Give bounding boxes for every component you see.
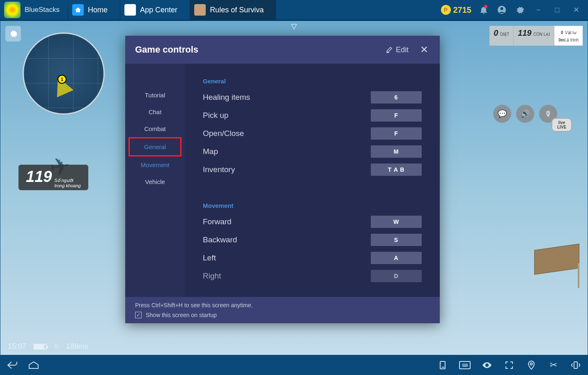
scissors-icon[interactable]: ✂ bbox=[547, 359, 560, 372]
modal-header: Game controls Edit ✕ bbox=[125, 36, 440, 64]
keybind-row: InventoryT A B bbox=[203, 163, 422, 176]
hud-stats-panel: 0 DIỆT 119 CÒN LẠI 0 Vật tư 0mLộ trình bbox=[489, 26, 583, 46]
game-settings-icon[interactable] bbox=[5, 26, 21, 41]
battery-icon bbox=[34, 344, 47, 350]
count-label: Số ngườitrong khoang bbox=[54, 178, 80, 189]
android-navbar: ⌨ ✂ bbox=[0, 355, 588, 375]
notifications-icon[interactable] bbox=[478, 4, 489, 16]
flag-sprite bbox=[534, 239, 588, 288]
keybind-input[interactable]: F bbox=[371, 109, 422, 122]
hud-alive-label: CÒN LẠI bbox=[533, 32, 550, 37]
modal-content[interactable]: General Healing items6 Pick upF Open/Clo… bbox=[185, 64, 440, 297]
count-number: 119 bbox=[26, 168, 52, 186]
keybind-row: BackwardS bbox=[203, 234, 422, 246]
svg-point-1 bbox=[501, 7, 503, 10]
window-minimize-icon[interactable]: − bbox=[532, 6, 544, 14]
section-title-general: General bbox=[203, 78, 422, 85]
location-icon[interactable] bbox=[525, 359, 538, 372]
keybind-input[interactable]: 6 bbox=[371, 91, 422, 104]
fullscreen-icon[interactable] bbox=[503, 359, 516, 372]
hud-kills: 0 DIỆT bbox=[489, 26, 514, 46]
modal-body: Tutorial Chat Combat General Movement Ve… bbox=[125, 64, 440, 297]
startup-checkbox-row[interactable]: ✓ Show this screen on startup bbox=[135, 312, 430, 318]
brand-name: BlueStacks bbox=[25, 6, 60, 14]
keybind-row: ForwardW bbox=[203, 216, 422, 228]
home-icon[interactable] bbox=[27, 359, 40, 372]
device-icon[interactable] bbox=[436, 359, 449, 372]
wifi-icon: ⎋ bbox=[54, 342, 59, 351]
checkbox-icon[interactable]: ✓ bbox=[135, 312, 142, 318]
home-icon bbox=[72, 4, 84, 16]
caret-down-icon[interactable]: ▽ bbox=[291, 22, 297, 31]
sidebar-item-vehicle[interactable]: Vehicle bbox=[125, 173, 185, 190]
keybind-row: RightD bbox=[203, 270, 422, 282]
keybind-label: Open/Close bbox=[203, 129, 371, 138]
hud-kill-label: DIỆT bbox=[500, 32, 509, 37]
window-close-icon[interactable]: ✕ bbox=[570, 5, 582, 14]
eye-icon[interactable] bbox=[480, 359, 494, 372]
coin-balance[interactable]: P 2715 bbox=[441, 5, 472, 15]
keybind-input[interactable]: F bbox=[371, 127, 422, 140]
keybind-label: Right bbox=[203, 271, 371, 281]
sidebar-item-tutorial[interactable]: Tutorial bbox=[125, 87, 185, 104]
back-icon[interactable] bbox=[6, 359, 19, 372]
svg-point-3 bbox=[531, 363, 533, 365]
coin-value: 2715 bbox=[453, 5, 472, 15]
ping-value: 189ms bbox=[66, 342, 88, 351]
speaker-icon[interactable]: 🔊 bbox=[516, 105, 534, 123]
topbar-right: P 2715 − □ ✕ bbox=[441, 4, 588, 16]
settings-icon[interactable] bbox=[514, 4, 526, 16]
hud-supply: 0 Vật tư 0mLộ trình bbox=[554, 26, 583, 46]
edit-label: Edit bbox=[396, 46, 409, 54]
game-icon bbox=[194, 4, 206, 16]
tab-game[interactable]: Rules of Surviva bbox=[190, 0, 276, 20]
keybind-row: Open/CloseF bbox=[203, 127, 422, 140]
keybind-label: Forward bbox=[203, 217, 371, 226]
sidebar-item-general[interactable]: General bbox=[129, 137, 181, 156]
close-icon[interactable]: ✕ bbox=[418, 42, 430, 57]
keybind-label: Left bbox=[203, 253, 371, 262]
keybind-input[interactable]: M bbox=[371, 145, 422, 158]
tab-label: App Center bbox=[140, 6, 177, 14]
game-status-bar: 15:07 ⎋ 189ms bbox=[8, 342, 88, 351]
coin-icon: P bbox=[441, 5, 451, 15]
bluestacks-logo bbox=[4, 2, 21, 18]
keybind-row: Healing items6 bbox=[203, 91, 422, 104]
window-maximize-icon[interactable]: □ bbox=[551, 6, 563, 14]
keybind-input[interactable]: S bbox=[371, 234, 422, 246]
chat-icon[interactable]: 💬 bbox=[493, 105, 511, 123]
keybind-input[interactable]: W bbox=[371, 216, 422, 228]
tab-home[interactable]: Home bbox=[68, 0, 120, 20]
edit-button[interactable]: Edit bbox=[386, 46, 409, 54]
sidebar-item-combat[interactable]: Combat bbox=[125, 120, 185, 137]
live-stream-button[interactable]: liveLIVE bbox=[551, 118, 572, 132]
sidebar-item-movement[interactable]: Movement bbox=[125, 156, 185, 173]
tab-app-center[interactable]: App Center bbox=[120, 0, 190, 20]
hud-kill-value: 0 bbox=[494, 28, 498, 37]
tab-label: Rules of Surviva bbox=[210, 6, 264, 14]
keyboard-icon[interactable]: ⌨ bbox=[458, 359, 471, 372]
passenger-count-badge: 119 Số ngườitrong khoang bbox=[18, 165, 88, 190]
keybind-row: LeftA bbox=[203, 252, 422, 264]
modal-sidebar: Tutorial Chat Combat General Movement Ve… bbox=[125, 64, 185, 297]
keybind-input[interactable]: A bbox=[371, 252, 422, 264]
shop-icon bbox=[124, 4, 136, 16]
keybind-label: Pick up bbox=[203, 111, 371, 120]
keybind-label: Inventory bbox=[203, 165, 371, 174]
hud-alive: 119 CÒN LẠI bbox=[514, 26, 554, 46]
game-viewport: ▽ 1 0 DIỆT 119 CÒN LẠI 0 Vật tư 0mLộ trì… bbox=[0, 21, 588, 355]
keybind-input[interactable]: T A B bbox=[371, 163, 422, 176]
hud-alive-value: 119 bbox=[518, 28, 531, 37]
sidebar-item-chat[interactable]: Chat bbox=[125, 104, 185, 120]
checkbox-label: Show this screen on startup bbox=[146, 312, 217, 318]
minimap-player-marker: 1 bbox=[57, 75, 67, 84]
shake-icon[interactable] bbox=[569, 359, 582, 372]
modal-title: Game controls bbox=[135, 44, 386, 55]
svg-rect-4 bbox=[574, 362, 577, 368]
keybind-input[interactable]: D bbox=[371, 270, 422, 282]
clock-value: 15:07 bbox=[8, 342, 26, 351]
modal-footer: Press Ctrl+Shift+H to see this screen an… bbox=[125, 297, 440, 323]
minimap[interactable]: 1 bbox=[23, 32, 105, 115]
section-title-movement: Movement bbox=[203, 202, 422, 209]
account-icon[interactable] bbox=[496, 4, 508, 16]
